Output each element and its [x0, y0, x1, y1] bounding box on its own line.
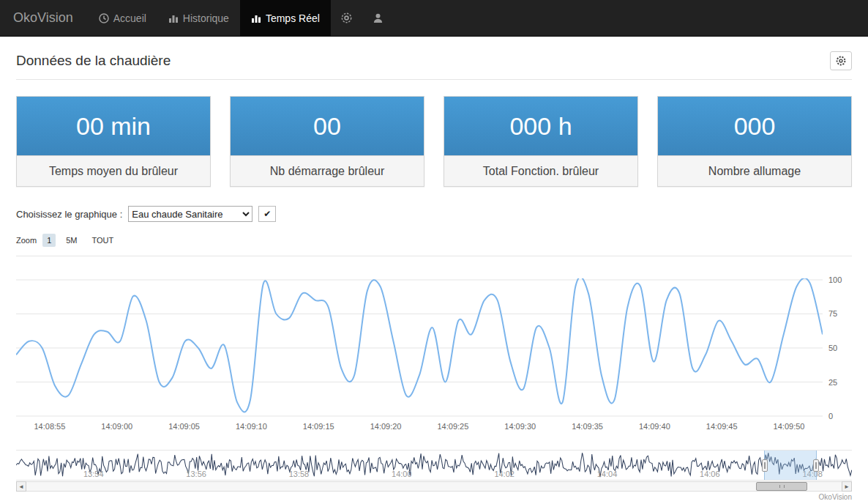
confirm-button[interactable]: ✔	[258, 206, 276, 222]
y-tick: 100	[828, 275, 842, 284]
page-header: Données de la chaudière	[16, 37, 852, 80]
x-tick: 14:09:20	[352, 422, 419, 431]
footer-credit: OkoVision	[0, 493, 868, 501]
x-tick: 14:09:10	[217, 422, 285, 431]
user-icon	[373, 12, 384, 23]
card-label: Nb démarrage brûleur	[231, 155, 424, 186]
nav-gear-button[interactable]	[331, 0, 362, 36]
main-chart-plot[interactable]	[16, 278, 823, 418]
main-series-line	[16, 278, 823, 412]
scrollbar-right-arrow[interactable]: ►	[842, 481, 852, 492]
y-tick: 25	[828, 378, 837, 387]
zoom-button-tout[interactable]: TOUT	[88, 234, 119, 247]
scrollbar-thumb[interactable]	[756, 482, 807, 491]
chart-select-row: Choisissez le graphique : Eau chaude San…	[16, 206, 852, 222]
settings-button[interactable]	[830, 51, 852, 70]
scrollbar-track[interactable]	[26, 481, 842, 492]
brand[interactable]: OkoVision	[0, 0, 88, 36]
x-tick: 14:09:00	[83, 422, 151, 431]
y-tick: 0	[828, 412, 833, 420]
navigator-selected-range[interactable]	[764, 451, 817, 480]
x-tick: 14:08:55	[16, 422, 83, 431]
card-value: 00	[231, 97, 424, 155]
main-chart: 100 75 50 25 0 14:08:55 14:09:00 14:09:0…	[16, 278, 852, 431]
navigator-right-handle[interactable]	[813, 459, 819, 472]
gear-icon	[836, 56, 846, 66]
x-tick: 14:09:35	[554, 422, 621, 431]
navigator[interactable]: 13:54 13:56 13:58 14:00 14:02 14:04 14:0…	[16, 450, 852, 481]
top-navbar: OkoVision Accueil Historique Temps Réel	[0, 0, 868, 37]
zoom-button-1[interactable]: 1	[42, 234, 56, 247]
card-nombre-allumage: 000 Nombre allumage	[657, 96, 852, 187]
stat-cards: 00 min Temps moyen du brûleur 00 Nb déma…	[16, 96, 852, 187]
nav-label-temps-reel: Temps Réel	[266, 12, 320, 24]
y-tick: 75	[828, 309, 837, 318]
card-value: 000 h	[444, 97, 637, 155]
chart-select-label: Choisissez le graphique :	[16, 209, 122, 220]
x-tick: 14:09:45	[688, 422, 755, 431]
zoom-button-5m[interactable]: 5M	[61, 234, 81, 247]
x-tick: 14:09:15	[285, 422, 352, 431]
scrollbar-left-arrow[interactable]: ◄	[16, 481, 26, 492]
card-temps-moyen: 00 min Temps moyen du brûleur	[16, 96, 211, 187]
nav-item-temps-reel[interactable]: Temps Réel	[240, 0, 331, 36]
nav-user-button[interactable]	[362, 0, 394, 36]
page-title: Données de la chaudière	[16, 53, 171, 69]
navigator-series-line	[16, 453, 852, 477]
check-icon: ✔	[263, 209, 271, 219]
x-axis-labels: 14:08:55 14:09:00 14:09:05 14:09:10 14:0…	[16, 422, 823, 431]
x-tick: 14:09:25	[419, 422, 487, 431]
card-label: Temps moyen du brûleur	[17, 155, 210, 186]
x-tick: 14:09:50	[755, 422, 823, 431]
nav-label-historique: Historique	[183, 12, 229, 24]
bar-chart-icon	[251, 13, 261, 23]
bar-chart-icon	[168, 13, 179, 23]
chart-select[interactable]: Eau chaude Sanitaire	[128, 206, 252, 222]
app-root: OkoVision Accueil Historique Temps Réel	[0, 0, 868, 501]
zoom-label: Zoom	[16, 236, 37, 245]
card-label: Total Fonction. brûleur	[444, 155, 637, 186]
card-total-fonction: 000 h Total Fonction. brûleur	[444, 96, 638, 187]
zoom-controls: Zoom 1 5M TOUT	[16, 234, 852, 247]
navigator-svg	[16, 451, 852, 480]
clock-icon	[99, 13, 109, 23]
main-chart-svg	[16, 278, 823, 418]
y-axis-labels: 100 75 50 25 0	[823, 278, 852, 418]
gear-icon	[341, 12, 352, 23]
card-nb-demarrage: 00 Nb démarrage brûleur	[230, 96, 424, 187]
y-tick: 50	[828, 344, 837, 352]
navigator-left-handle[interactable]	[762, 459, 768, 472]
nav-item-accueil[interactable]: Accueil	[88, 0, 157, 36]
page-content: Données de la chaudière 00 min Temps moy…	[0, 37, 868, 492]
x-tick: 14:09:40	[621, 422, 688, 431]
x-tick: 14:09:05	[151, 422, 218, 431]
card-value: 000	[658, 97, 851, 155]
nav-item-historique[interactable]: Historique	[157, 0, 240, 36]
x-tick: 14:09:30	[487, 422, 554, 431]
divider	[16, 256, 852, 256]
navigator-scrollbar[interactable]: ◄ ►	[16, 481, 852, 492]
card-value: 00 min	[17, 97, 210, 155]
nav-label-accueil: Accueil	[113, 12, 146, 24]
card-label: Nombre allumage	[658, 155, 851, 186]
